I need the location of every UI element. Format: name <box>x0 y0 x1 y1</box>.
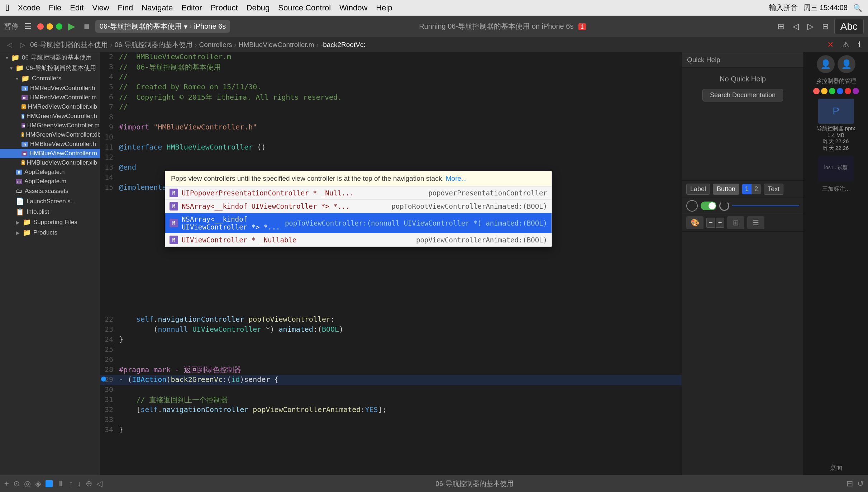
warning-btn[interactable]: ⚠ <box>839 39 852 51</box>
search-icon[interactable]: 🔍 <box>853 4 862 12</box>
code-line-5: 5 // Created by Romeo on 15/11/30. <box>100 82 682 93</box>
status-bar-btn-8[interactable]: ⊕ <box>86 479 92 488</box>
minimize-traffic-light[interactable] <box>47 23 53 30</box>
sidebar-hmred-m[interactable]: m HMRedViewController.m <box>0 93 100 102</box>
breadcrumb-item-4[interactable]: HMBlueViewController.m <box>239 41 314 49</box>
sidebar-infoplist[interactable]: 📋 Info.plist <box>0 207 100 217</box>
breadcrumb-item-3[interactable]: Controllers <box>199 41 232 49</box>
inspector-num-1[interactable]: 1 <box>742 184 752 194</box>
autocomplete-item-2[interactable]: M NSArray<__kindof UIViewController *> *… <box>165 213 552 233</box>
more-link[interactable]: More... <box>446 175 467 182</box>
breakpoint-close-btn[interactable]: ✕ <box>824 39 836 51</box>
status-bar-btn-9[interactable]: ◁ <box>96 479 102 488</box>
menu-find[interactable]: Find <box>118 3 133 13</box>
status-bar-btn-7[interactable]: ↓ <box>77 479 81 488</box>
inspector-button-btn[interactable]: Button <box>713 184 739 195</box>
minus-btn[interactable]: − <box>706 218 715 228</box>
sidebar-hmblue-m[interactable]: m HMBlueViewController.m <box>0 149 100 158</box>
h-file-icon: h <box>22 86 28 91</box>
autocomplete-popup[interactable]: Pops view controllers until the specifie… <box>165 171 552 247</box>
sidebar-supporting-files[interactable]: ▶ 📁 Supporting Files <box>0 217 100 227</box>
breadcrumb-forward-btn[interactable]: ▷ <box>17 39 28 50</box>
menu-navigate[interactable]: Navigate <box>142 3 173 13</box>
list-btn[interactable]: ☰ <box>747 216 764 229</box>
menu-view[interactable]: View <box>92 3 109 13</box>
search-documentation-btn[interactable]: Search Documentation <box>702 89 783 101</box>
breadcrumb-item-5[interactable]: -back2RootVc: <box>321 41 366 49</box>
status-bar-refresh-btn[interactable]: ↺ <box>857 479 864 488</box>
sidebar-controllers-group[interactable]: ▾ 📁 Controllers <box>0 73 100 84</box>
scheme-selector[interactable]: 06-导航控制器的基本使用 ▾ › iPhone 6s <box>95 20 230 33</box>
sidebar-hmblue-xib[interactable]: x HMBlueViewController.xib <box>0 158 100 167</box>
status-bar-btn-4[interactable]: ◈ <box>35 479 41 488</box>
sidebar-products[interactable]: ▶ 📁 Products <box>0 227 100 238</box>
menu-xcode[interactable]: Xcode <box>18 3 40 13</box>
add-file-btn[interactable]: + <box>4 479 9 488</box>
sidebar-hmgreen-xib[interactable]: x HMGreenViewController.xib <box>0 130 100 139</box>
sidebar-hmgreen-h[interactable]: h HMGreenViewController.h <box>0 112 100 121</box>
color-picker-btn[interactable]: 🎨 <box>686 216 704 229</box>
stepper-widget[interactable]: − + <box>706 218 724 228</box>
maximize-traffic-light[interactable] <box>56 23 62 30</box>
widget-toggle[interactable] <box>701 202 716 210</box>
sidebar-appdelegate-m[interactable]: m AppDelegate.m <box>0 177 100 186</box>
info-btn[interactable]: ℹ <box>855 39 864 51</box>
status-bar-right-btn[interactable]: ⊟ <box>846 479 853 488</box>
stop-button[interactable]: ■ <box>81 19 92 33</box>
status-bar-btn-3[interactable]: ◎ <box>24 479 31 488</box>
menu-file[interactable]: File <box>49 3 61 13</box>
split-view-btn[interactable]: ⊟ <box>819 20 831 33</box>
input-method[interactable]: 输入拼音 <box>769 3 798 13</box>
widget-circle[interactable] <box>686 200 698 212</box>
run-button[interactable]: ▶ <box>65 19 78 33</box>
menu-window[interactable]: Window <box>339 3 367 13</box>
code-line-23: 23 (nonnull UIViewController *) animated… <box>100 325 682 335</box>
status-bar-btn-5[interactable]: ⏸ <box>57 479 65 488</box>
breadcrumb-item-1[interactable]: 06-导航控制器的基本使用 <box>30 40 108 49</box>
sidebar-launchscreen[interactable]: 📄 LaunchScreen.s... <box>0 196 100 207</box>
nav-forward-btn[interactable]: ▷ <box>805 20 816 33</box>
sidebar-hmblue-h[interactable]: h HMBlueViewController.h <box>0 139 100 149</box>
code-editor[interactable]: 2 // HMBlueViewController.m 3 // 06-导航控制… <box>100 52 682 475</box>
ac-name-2: NSArray<__kindof UIViewController *> *..… <box>182 215 281 231</box>
status-bar-btn-6[interactable]: ↑ <box>69 479 73 488</box>
menu-source-control[interactable]: Source Control <box>278 3 331 13</box>
sidebar-hmred-h[interactable]: h HMRedViewController.h <box>0 84 100 93</box>
ac-type-2: popToViewController:(nonnull UIViewContr… <box>285 219 547 227</box>
sidebar-hmred-xib[interactable]: x HMRedViewController.xib <box>0 102 100 112</box>
sidebar-hmgreen-m[interactable]: m HMGreenViewController.m <box>0 121 100 130</box>
ac-type-0: popoverPresentationController <box>428 189 547 197</box>
menu-debug[interactable]: Debug <box>247 3 270 13</box>
sidebar-toggle-btn[interactable]: ☰ <box>22 20 34 33</box>
sidebar-appdelegate-h[interactable]: h AppDelegate.h <box>0 167 100 177</box>
breadcrumb-back-btn[interactable]: ◁ <box>4 39 15 50</box>
sidebar-supporting-label: Supporting Files <box>33 219 77 226</box>
sidebar-group-root2[interactable]: ▾ 📁 06-导航控制器的基本使用 <box>0 63 100 73</box>
menu-help[interactable]: Help <box>376 3 392 13</box>
menu-edit[interactable]: Edit <box>70 3 84 13</box>
menu-editor[interactable]: Editor <box>181 3 202 13</box>
breadcrumb-item-2[interactable]: 06-导航控制器的基本使用 <box>115 40 192 49</box>
inspector-text-btn[interactable]: Text <box>764 184 783 195</box>
sidebar-hmgreen-h-label: HMGreenViewController.h <box>27 113 97 120</box>
status-bar-btn-2[interactable]: ⊙ <box>13 479 20 488</box>
inspector-label-btn[interactable]: Label <box>686 184 710 195</box>
nav-back-btn[interactable]: ◁ <box>790 20 802 33</box>
inspector-num-2[interactable]: 2 <box>752 184 761 194</box>
xib-file-icon-2: x <box>22 132 24 137</box>
autocomplete-item-3[interactable]: M UIViewController * _Nullable popViewCo… <box>165 233 552 247</box>
editor-toggle-btn[interactable]: ⊞ <box>775 20 787 33</box>
plus-btn[interactable]: + <box>716 218 724 228</box>
autocomplete-item-1[interactable]: M NSArray<__kindof UIViewController *> *… <box>165 200 552 213</box>
code-line-32: 32 [self.navigationController popViewCon… <box>100 405 682 415</box>
sidebar-assets[interactable]: 🗂 Assets.xcassets <box>0 186 100 196</box>
sidebar-hmred-h-label: HMRedViewController.h <box>30 85 95 92</box>
close-traffic-light[interactable] <box>37 23 44 30</box>
color-circle-purple <box>853 88 859 94</box>
menu-product[interactable]: Product <box>211 3 238 13</box>
apple-menu[interactable]:  <box>6 2 9 13</box>
sidebar-project-root[interactable]: ▾ 📁 06-导航控制器的基本使用 <box>0 52 100 63</box>
grid-btn[interactable]: ⊞ <box>727 216 744 229</box>
autocomplete-item-0[interactable]: M UIPopoverPresentationController * _Nul… <box>165 186 552 200</box>
code-line-7: 7 // <box>100 103 682 113</box>
